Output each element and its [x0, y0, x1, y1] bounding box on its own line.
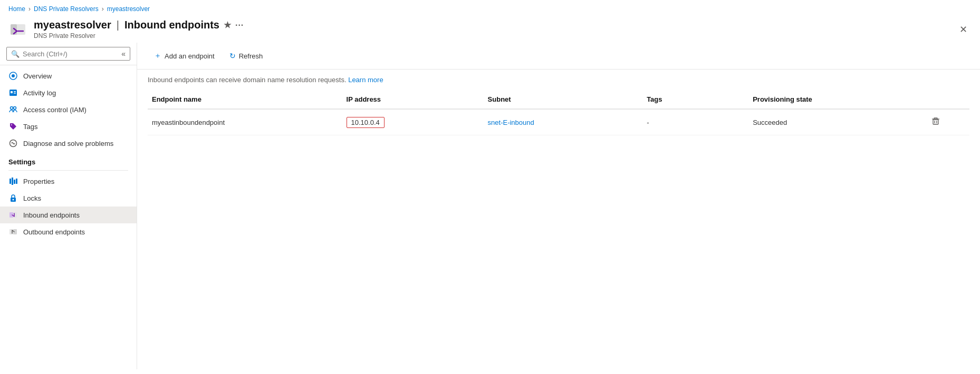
properties-label: Properties	[23, 178, 54, 185]
close-button[interactable]: ✕	[955, 22, 972, 37]
sidebar-item-outbound-endpoints[interactable]: Outbound endpoints	[0, 223, 137, 240]
inbound-endpoints-label: Inbound endpoints	[23, 211, 80, 219]
locks-label: Locks	[23, 194, 41, 202]
actions-cell	[925, 109, 969, 135]
inbound-icon	[8, 211, 18, 219]
col-ip-address: IP address	[342, 90, 484, 109]
col-subnet: Subnet	[484, 90, 643, 109]
svg-rect-16	[16, 179, 17, 184]
iam-icon	[8, 105, 18, 114]
refresh-icon: ↻	[229, 52, 236, 60]
svg-rect-14	[12, 178, 13, 185]
col-provisioning-state: Provisioning state	[748, 90, 925, 109]
toolbar: ＋ Add an endpoint ↻ Refresh	[137, 43, 980, 70]
add-icon: ＋	[154, 51, 161, 61]
search-input[interactable]	[23, 50, 118, 58]
main-content: ＋ Add an endpoint ↻ Refresh Inbound endp…	[137, 43, 980, 369]
svg-rect-23	[933, 120, 938, 124]
page-title-group: myeastresolver | Inbound endpoints ★ ···…	[34, 19, 244, 40]
overview-label: Overview	[23, 72, 52, 80]
settings-divider	[8, 170, 128, 171]
table-container: Endpoint name IP address Subnet Tags Pro…	[137, 90, 980, 369]
svg-rect-6	[11, 91, 13, 93]
svg-point-11	[11, 124, 12, 125]
breadcrumb-dns[interactable]: DNS Private Resolvers	[34, 5, 99, 13]
sidebar-item-properties[interactable]: Properties	[0, 173, 137, 190]
properties-icon	[8, 177, 18, 185]
iam-label: Access control (IAM)	[23, 106, 87, 114]
ip-address-cell: 10.10.0.4	[342, 109, 484, 135]
svg-point-10	[14, 107, 16, 110]
svg-rect-13	[9, 179, 11, 184]
breadcrumb: Home › DNS Private Resolvers › myeastres…	[0, 0, 980, 16]
col-tags: Tags	[642, 90, 748, 109]
provisioning-state-cell: Succeeded	[748, 109, 925, 135]
svg-rect-15	[14, 180, 15, 184]
diagnose-icon	[8, 139, 18, 147]
sidebar-item-tags[interactable]: Tags	[0, 118, 137, 135]
svg-point-4	[12, 74, 15, 77]
ip-address-value: 10.10.0.4	[347, 117, 385, 128]
sidebar-item-diagnose[interactable]: Diagnose and solve problems	[0, 135, 137, 152]
sidebar-search-area: 🔍 «	[0, 43, 137, 65]
activity-log-icon	[8, 88, 18, 97]
sidebar: 🔍 « Overview	[0, 43, 137, 369]
sidebar-item-overview[interactable]: Overview	[0, 67, 137, 84]
more-options-button[interactable]: ···	[235, 21, 244, 30]
refresh-button[interactable]: ↻ Refresh	[223, 48, 270, 63]
settings-section-header: Settings	[0, 152, 137, 168]
search-box: 🔍 «	[6, 47, 130, 61]
svg-rect-21	[9, 229, 13, 234]
sidebar-item-inbound-endpoints[interactable]: Inbound endpoints	[0, 206, 137, 223]
page-subtitle: DNS Private Resolver	[34, 32, 244, 40]
breadcrumb-home[interactable]: Home	[8, 5, 25, 13]
overview-icon	[8, 72, 18, 80]
outbound-icon	[8, 228, 18, 236]
subnet-cell: snet-E-inbound	[484, 109, 643, 135]
svg-rect-7	[14, 91, 16, 92]
diagnose-label: Diagnose and solve problems	[23, 140, 113, 147]
add-endpoint-button[interactable]: ＋ Add an endpoint	[148, 48, 221, 64]
tags-cell: -	[642, 109, 748, 135]
tags-icon	[8, 122, 18, 131]
resource-icon	[8, 20, 27, 39]
sidebar-nav: Overview Activity log	[0, 65, 137, 369]
delete-button[interactable]	[929, 115, 942, 130]
subnet-link[interactable]: snet-E-inbound	[488, 119, 534, 126]
svg-point-9	[11, 107, 13, 110]
table-row: myeastinboundendpoint 10.10.0.4 snet-E-i…	[148, 109, 969, 135]
page-title: myeastresolver | Inbound endpoints ★ ···	[34, 19, 244, 31]
outbound-endpoints-label: Outbound endpoints	[23, 228, 85, 236]
svg-point-18	[13, 199, 14, 201]
col-endpoint-name: Endpoint name	[148, 90, 342, 109]
sidebar-item-locks[interactable]: Locks	[0, 190, 137, 206]
endpoint-name-cell: myeastinboundendpoint	[148, 109, 342, 135]
locks-icon	[8, 194, 18, 202]
favorite-star[interactable]: ★	[224, 20, 231, 30]
breadcrumb-resolver[interactable]: myeastresolver	[107, 5, 150, 13]
search-icon: 🔍	[11, 50, 20, 58]
svg-rect-8	[14, 93, 16, 94]
col-actions	[925, 90, 969, 109]
learn-more-link[interactable]: Learn more	[348, 76, 383, 84]
sidebar-item-activity-log[interactable]: Activity log	[0, 84, 137, 101]
page-header: myeastresolver | Inbound endpoints ★ ···…	[0, 16, 980, 43]
endpoints-table: Endpoint name IP address Subnet Tags Pro…	[148, 90, 969, 135]
info-text: Inbound endpoints can receive domain nam…	[148, 76, 347, 84]
activity-log-label: Activity log	[23, 89, 56, 97]
table-header-row: Endpoint name IP address Subnet Tags Pro…	[148, 90, 969, 109]
sidebar-item-iam[interactable]: Access control (IAM)	[0, 101, 137, 118]
info-bar: Inbound endpoints can receive domain nam…	[137, 70, 980, 90]
collapse-sidebar-button[interactable]: «	[121, 50, 126, 58]
tags-label: Tags	[23, 123, 37, 131]
svg-rect-20	[13, 212, 17, 218]
